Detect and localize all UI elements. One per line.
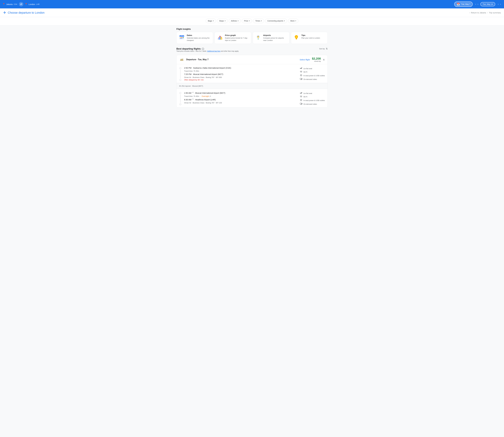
svg-rect-6 bbox=[183, 37, 184, 38]
filter-times-label: Times bbox=[255, 20, 260, 22]
depart-date: Tue, May 7 bbox=[461, 3, 470, 5]
origin-location: 📍 Jakarta CGK bbox=[3, 3, 17, 5]
breadcrumb-step-summary[interactable]: Trip summary bbox=[489, 11, 501, 14]
svg-rect-3 bbox=[183, 35, 183, 36]
leg-2-airline: Oman Air bbox=[184, 102, 191, 104]
video-icon-2 bbox=[300, 103, 302, 105]
insight-dates-title: Dates bbox=[187, 34, 211, 36]
insight-card-price-graph[interactable]: Price graph Explore price trends for 7-d… bbox=[215, 32, 251, 44]
amenity-video-label-2: On-demand video bbox=[303, 103, 317, 105]
leg-2-amenities: Lie flat seat Wi-Fi In-sea bbox=[300, 92, 325, 105]
svg-point-22 bbox=[296, 37, 297, 37]
filter-price[interactable]: Price ▾ bbox=[242, 19, 252, 23]
sort-by-control: Sort by: ⇅ bbox=[319, 48, 328, 50]
filter-connecting-airports[interactable]: Connecting airports ▾ bbox=[265, 19, 287, 23]
breadcrumb-chevron-1: › bbox=[469, 11, 470, 14]
timeline-dot-depart bbox=[179, 67, 181, 69]
flights-title-text: Best departing flights bbox=[176, 48, 201, 50]
depart-prev-button[interactable]: ‹ bbox=[475, 3, 476, 6]
insights-section-title: Flight insights bbox=[176, 28, 328, 30]
svg-point-28 bbox=[301, 72, 301, 73]
timeline-dot-depart-2 bbox=[179, 92, 181, 94]
flights-header: Best departing flights i Total price inc… bbox=[176, 48, 328, 54]
plane-icon: ✈ bbox=[3, 10, 6, 15]
insight-card-airports[interactable]: Airports Compare prices for airports nea… bbox=[253, 32, 289, 44]
insight-dates-text: Dates Selected dates are among the cheap… bbox=[187, 34, 211, 42]
return-date-picker[interactable]: Tue, May 14 bbox=[480, 2, 495, 6]
amenity-video-2: On-demand video bbox=[300, 103, 325, 105]
filter-more[interactable]: More ▾ bbox=[288, 19, 298, 23]
main-content: Flight insights bbox=[173, 25, 331, 110]
leg-2-airline-info: Oman Air · Business Class · Boeing 787 ·… bbox=[184, 102, 297, 104]
filter-bar: Bags ▾ Stops ▾ Airlines ▾ Price ▾ Times … bbox=[0, 17, 504, 25]
insight-card-tips[interactable]: Tips Plan your visit to London bbox=[291, 32, 328, 44]
svg-rect-12 bbox=[221, 37, 221, 40]
insight-airports-text: Airports Compare prices for airports nea… bbox=[263, 34, 287, 42]
insight-airports-desc: Compare prices for airports near London bbox=[263, 37, 287, 42]
svg-rect-7 bbox=[180, 38, 181, 39]
filter-stops[interactable]: Stops ▾ bbox=[217, 19, 228, 23]
header: 📍 Jakarta CGK ⇄ 📍 London LHR 📅 Tue, May … bbox=[0, 0, 504, 8]
origin-code: CGK bbox=[14, 3, 17, 5]
filter-times[interactable]: Times ▾ bbox=[253, 19, 264, 23]
select-flight-button[interactable]: Select flight bbox=[300, 59, 310, 61]
breadcrumb-main: ✈ Choose departure to London bbox=[3, 10, 468, 15]
leg-1-info: 2:50 PM · Soekarno–Hatta International A… bbox=[184, 67, 297, 81]
flight-card-oman-air: Departure · Tue, May 7 Select flight $2,… bbox=[176, 55, 328, 108]
svg-rect-2 bbox=[180, 35, 181, 36]
svg-rect-18 bbox=[258, 39, 259, 39]
return-date: Tue, May 14 bbox=[483, 3, 493, 5]
filter-airlines[interactable]: Airlines ▾ bbox=[229, 19, 241, 23]
breadcrumb-chevron-2: › bbox=[487, 11, 488, 14]
insight-dates-icon bbox=[179, 34, 185, 40]
svg-rect-35 bbox=[300, 103, 302, 104]
lie-flat-icon-2 bbox=[300, 92, 302, 94]
amenity-power-label-2: In-seat power & USB outlets bbox=[303, 99, 325, 101]
swap-button[interactable]: ⇄ bbox=[19, 2, 23, 6]
return-date-nav: ‹ › bbox=[497, 3, 501, 6]
insight-tips-title: Tips bbox=[301, 34, 320, 36]
flight-header-actions: Select flight $2,208 round trip ∧ bbox=[300, 57, 325, 62]
sort-icon[interactable]: ⇅ bbox=[326, 48, 328, 50]
insight-tips-icon bbox=[293, 34, 300, 40]
return-prev-button[interactable]: ‹ bbox=[497, 3, 499, 6]
collapse-button[interactable]: ∧ bbox=[323, 58, 325, 61]
amenity-wifi: Wi-Fi bbox=[300, 71, 325, 73]
depart-next-button[interactable]: › bbox=[477, 3, 479, 6]
svg-rect-29 bbox=[300, 78, 302, 79]
insight-airports-icon bbox=[255, 34, 261, 40]
chevron-down-icon: ▾ bbox=[249, 20, 250, 22]
insight-tips-text: Tips Plan your visit to London bbox=[301, 34, 320, 39]
depart-date-picker[interactable]: 📅 Tue, May 7 bbox=[454, 1, 473, 7]
breadcrumb-step-return[interactable]: Return to Jakarta bbox=[471, 11, 486, 14]
leg-1-airline-info: Oman Air · Business Class · Boeing 787 ·… bbox=[184, 76, 297, 78]
location-pin-icon-dest: 📍 bbox=[25, 3, 27, 5]
leg-1-travel-time: Travel time: 7h 35m bbox=[184, 70, 297, 72]
power-icon-2 bbox=[300, 99, 302, 102]
filter-more-label: More bbox=[290, 20, 294, 22]
leg-1-arrive-time: 7:25 PM bbox=[184, 73, 192, 75]
insight-card-dates[interactable]: Dates Selected dates are among the cheap… bbox=[176, 32, 213, 44]
leg-1-depart-time-airport: 2:50 PM · Soekarno–Hatta International A… bbox=[184, 67, 297, 69]
insight-price-graph-desc: Explore price trends for 7-day trips to … bbox=[225, 37, 249, 42]
svg-point-34 bbox=[301, 97, 301, 98]
leg-2-arrive-time: 6:30 AM bbox=[184, 99, 191, 101]
leg-2-class: Business Class bbox=[193, 102, 204, 104]
leg-1-amenities: Lie flat seat Wi-Fi In-sea bbox=[300, 67, 325, 81]
bag-fees-link[interactable]: Additional bag fees bbox=[207, 50, 220, 52]
svg-rect-9 bbox=[218, 38, 219, 40]
location-pin-icon: 📍 bbox=[3, 3, 5, 5]
leg-2-travel-time: Travel time: 7h 40m · Overnight ⚠ bbox=[184, 95, 297, 97]
chevron-down-icon: ▾ bbox=[261, 20, 262, 22]
leg-1-depart-time: 2:50 PM bbox=[184, 67, 192, 69]
info-icon[interactable]: i bbox=[202, 48, 204, 50]
svg-rect-19 bbox=[296, 39, 297, 39]
insight-price-graph-icon bbox=[217, 34, 223, 40]
leg-1-aircraft: Boeing 787 bbox=[206, 76, 214, 78]
flights-subtitle-suffix: and other fees may apply. bbox=[221, 50, 239, 52]
filter-bags[interactable]: Bags ▾ bbox=[206, 19, 216, 23]
layover-duration: 6h 25m layover bbox=[179, 85, 191, 87]
flight-price-area: $2,208 round trip bbox=[312, 57, 321, 62]
svg-rect-4 bbox=[180, 37, 181, 38]
return-next-button[interactable]: › bbox=[500, 3, 501, 6]
